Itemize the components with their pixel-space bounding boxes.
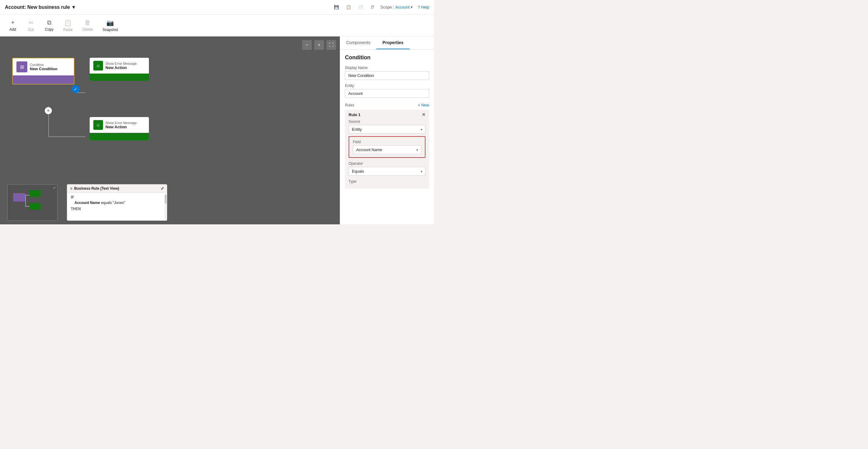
brtv-then: THEN bbox=[71, 207, 163, 211]
list-icon[interactable]: 📋 bbox=[345, 4, 352, 11]
minimap: ⤢ bbox=[7, 184, 57, 221]
title-left: Account: New business rule ▾ bbox=[5, 4, 75, 10]
rules-label: Rules bbox=[345, 103, 354, 107]
source-label: Source bbox=[349, 119, 426, 124]
action-node-top-footer bbox=[90, 73, 149, 81]
add-button[interactable]: + Add bbox=[4, 17, 22, 34]
minimap-line-h1 bbox=[25, 195, 29, 196]
add-icon: + bbox=[11, 19, 14, 26]
condition-node[interactable]: ⊞ Condition New Condition bbox=[12, 58, 74, 85]
action-node-top-text: Show Error Message New Action bbox=[105, 62, 137, 70]
action-node-bottom[interactable]: ☺ Show Error Message New Action bbox=[90, 117, 149, 140]
action-icon-bottom: ☺ bbox=[93, 120, 103, 130]
brtv-content: IF Account Name equals "Jones" THEN bbox=[67, 193, 167, 213]
entity-label: Entity bbox=[345, 84, 429, 88]
action-node-bottom-header: ☺ Show Error Message New Action bbox=[90, 117, 149, 133]
minimap-action-top bbox=[29, 190, 40, 197]
minimap-inner: ⤢ bbox=[8, 184, 57, 220]
delete-icon: 🗑 bbox=[85, 19, 91, 26]
panel-section-title: Condition bbox=[345, 54, 429, 61]
operator-select[interactable]: Equals bbox=[349, 167, 426, 176]
clock-icon[interactable]: ⏱ bbox=[369, 4, 376, 11]
new-rule-link[interactable]: + New bbox=[418, 103, 429, 107]
cut-icon: ✂ bbox=[29, 19, 34, 26]
minimap-action-bottom bbox=[29, 203, 40, 209]
operator-label: Operator bbox=[349, 161, 426, 166]
brtv-condition-line: Account Name equals "Jones" bbox=[71, 201, 163, 205]
paste-button[interactable]: 📋 Paste bbox=[58, 17, 78, 34]
business-rule-text-view: ≡ Business Rule (Text View) ⤢ IF Account… bbox=[67, 184, 167, 221]
field-select[interactable]: Account Name bbox=[353, 145, 421, 154]
tab-properties[interactable]: Properties bbox=[376, 36, 409, 49]
rule-1-header: Rule 1 ✕ bbox=[345, 110, 429, 119]
display-name-label: Display Name bbox=[345, 66, 429, 70]
brtv-scrollbar-thumb[interactable] bbox=[165, 194, 166, 204]
scope-value[interactable]: Account bbox=[395, 5, 409, 9]
title-right: 💾 📋 📄 ⏱ Scope : Account ▾ ? Help bbox=[333, 4, 429, 11]
rules-header: Rules + New bbox=[345, 103, 429, 107]
page-title: Account: New business rule bbox=[5, 5, 70, 10]
field-highlighted-box: Field Account Name ▾ bbox=[349, 136, 426, 158]
cut-button[interactable]: ✂ Cut bbox=[22, 17, 40, 34]
help-button[interactable]: ? Help bbox=[417, 5, 429, 9]
paste-icon: 📋 bbox=[64, 19, 72, 26]
rule-1-close-button[interactable]: ✕ bbox=[422, 112, 426, 117]
brtv-icon: ≡ bbox=[70, 186, 72, 190]
brtv-header: ≡ Business Rule (Text View) ⤢ bbox=[67, 184, 167, 193]
copy-button[interactable]: ⧉ Copy bbox=[40, 17, 58, 34]
condition-node-footer bbox=[13, 76, 74, 84]
snapshot-button[interactable]: 📷 Snapshot bbox=[98, 17, 123, 34]
action-node-top[interactable]: ☺ Show Error Message New Action bbox=[90, 58, 149, 81]
panel-tabs: Components Properties bbox=[340, 36, 434, 50]
canvas-controls: − + ⛶ bbox=[302, 40, 336, 50]
delete-button[interactable]: 🗑 Delete bbox=[78, 17, 98, 34]
operator-select-wrapper: Equals ▾ bbox=[349, 167, 426, 176]
type-label: Type bbox=[349, 179, 426, 184]
source-select-wrapper: Entity ▾ bbox=[349, 125, 426, 134]
action-node-top-header: ☺ Show Error Message New Action bbox=[90, 58, 149, 73]
brtv-scrollbar[interactable] bbox=[164, 194, 167, 221]
action-icon-top: ☺ bbox=[93, 61, 103, 70]
minimap-line-h2 bbox=[25, 206, 29, 207]
branch-x-button[interactable]: ✕ bbox=[45, 107, 52, 114]
condition-node-header: ⊞ Condition New Condition bbox=[13, 58, 74, 76]
condition-node-text: Condition New Condition bbox=[30, 63, 57, 71]
rule-1-box: Rule 1 ✕ Source Entity ▾ Field bbox=[345, 110, 429, 188]
checkmark-badge: ✓ bbox=[72, 85, 80, 93]
action-node-bottom-footer bbox=[90, 133, 149, 140]
rule-1-title: Rule 1 bbox=[349, 113, 361, 117]
save-icon[interactable]: 💾 bbox=[333, 4, 340, 11]
snapshot-icon: 📷 bbox=[106, 19, 114, 26]
fit-button[interactable]: ⛶ bbox=[327, 40, 336, 50]
action-node-bottom-text: Show Error Message New Action bbox=[105, 121, 137, 129]
doc-icon[interactable]: 📄 bbox=[357, 4, 364, 11]
title-bar: Account: New business rule ▾ 💾 📋 📄 ⏱ Sco… bbox=[0, 0, 434, 14]
copy-icon: ⧉ bbox=[47, 19, 51, 26]
field-label: Field bbox=[353, 140, 421, 144]
title-dropdown-icon[interactable]: ▾ bbox=[72, 4, 75, 10]
scope-label: Scope : Account ▾ bbox=[380, 5, 413, 9]
brtv-title: Business Rule (Text View) bbox=[74, 186, 119, 190]
source-select[interactable]: Entity bbox=[349, 125, 426, 134]
display-name-input[interactable] bbox=[345, 71, 429, 80]
minimap-expand-button[interactable]: ⤢ bbox=[53, 186, 56, 190]
minimap-condition bbox=[13, 193, 25, 202]
main-layout: − + ⛶ ⊞ bbox=[0, 36, 434, 224]
brtv-header-left: ≡ Business Rule (Text View) bbox=[70, 186, 119, 190]
entity-input[interactable] bbox=[345, 89, 429, 98]
scope-dropdown-icon[interactable]: ▾ bbox=[411, 5, 413, 9]
field-select-wrapper: Account Name ▾ bbox=[353, 145, 421, 154]
minimap-line-v bbox=[25, 195, 26, 206]
condition-icon: ⊞ bbox=[17, 61, 27, 72]
zoom-out-button[interactable]: − bbox=[302, 40, 312, 50]
canvas-area[interactable]: − + ⛶ ⊞ bbox=[0, 36, 340, 224]
toolbar: + Add ✂ Cut ⧉ Copy 📋 Paste 🗑 Delete 📷 Sn… bbox=[0, 14, 434, 36]
tab-components[interactable]: Components bbox=[340, 36, 376, 49]
zoom-in-button[interactable]: + bbox=[314, 40, 324, 50]
brtv-if: IF bbox=[71, 195, 163, 200]
right-panel: Components Properties Condition Display … bbox=[340, 36, 434, 224]
brtv-expand-button[interactable]: ⤢ bbox=[161, 186, 164, 190]
panel-content: Condition Display Name Entity Rules + Ne… bbox=[340, 50, 434, 224]
rule-1-body: Source Entity ▾ Field Account Name bbox=[345, 119, 429, 188]
